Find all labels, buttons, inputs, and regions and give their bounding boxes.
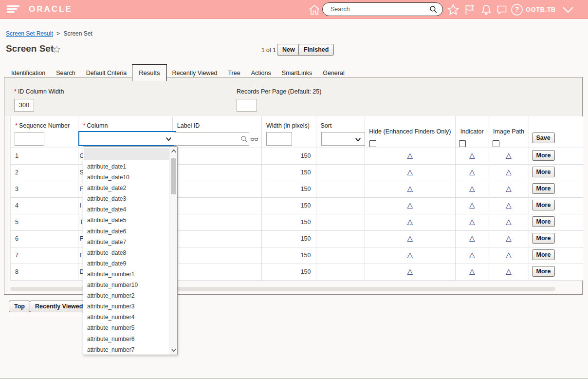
tab-tree[interactable]: Tree [222,67,245,80]
sort-cell[interactable] [316,264,365,280]
dropdown-option[interactable]: attribute_number3 [83,301,169,312]
eyeglasses-icon[interactable] [250,135,258,143]
sequence-cell[interactable]: 8 [11,264,78,280]
sequence-cell[interactable]: 6 [11,231,78,247]
chat-icon[interactable] [496,4,508,16]
label-id-cell[interactable] [173,198,262,214]
notifications-bell-icon[interactable] [480,3,493,16]
label-id-cell[interactable] [173,247,262,264]
dropdown-option[interactable]: attribute_number6 [83,334,169,344]
sequence-cell[interactable]: 2 [11,165,78,181]
hide-checkbox[interactable] [369,140,376,147]
label-id-cell[interactable] [173,264,262,280]
dropdown-option[interactable]: attribute_date3 [83,193,169,204]
sort-cell[interactable] [316,247,365,264]
sequence-cell[interactable]: 4 [11,198,78,214]
scroll-up-icon[interactable] [170,148,177,155]
user-menu-label[interactable]: OOTB.TB [526,6,556,13]
dropdown-option[interactable]: attribute_number4 [83,312,169,322]
width-cell[interactable]: 150 [262,214,316,230]
indicator-checkbox[interactable] [459,140,466,147]
records-per-page-input[interactable] [237,99,257,112]
sort-cell[interactable] [316,214,365,230]
dropdown-option[interactable]: attribute_date2 [83,183,169,193]
more-button[interactable]: More [532,150,555,161]
width-cell[interactable]: 150 [262,264,316,280]
flag-icon[interactable] [463,3,476,16]
home-icon[interactable] [308,3,321,16]
scroll-down-icon[interactable] [170,346,177,354]
dropdown-option[interactable]: attribute_number1 [83,269,169,280]
more-button[interactable]: More [532,183,555,194]
hamburger-menu-icon[interactable] [7,5,19,14]
more-button[interactable]: More [532,249,555,260]
dropdown-option[interactable]: attribute_date9 [83,258,169,269]
width-cell[interactable]: 150 [262,198,316,214]
more-button[interactable]: More [532,167,555,177]
dropdown-option[interactable]: attribute_date6 [83,226,169,237]
dropdown-scrollbar-thumb[interactable] [171,158,176,194]
more-button[interactable]: More [532,216,555,227]
label-id-cell[interactable] [173,214,262,230]
new-button[interactable]: New [277,44,300,56]
tab-recently-viewed[interactable]: Recently Viewed [167,67,223,80]
dropdown-option[interactable]: attribute_date5 [83,215,169,226]
sequence-cell[interactable]: 1 [11,148,78,164]
favorites-star-icon[interactable] [447,3,459,16]
tab-smartlinks[interactable]: SmartLinks [276,67,318,80]
save-button[interactable]: Save [532,133,555,143]
dropdown-scrollbar[interactable] [169,147,177,355]
width-cell[interactable]: 150 [262,165,316,181]
width-cell[interactable]: 150 [262,181,316,197]
label-id-cell[interactable] [173,181,262,197]
tab-results[interactable]: Results [132,64,166,81]
sort-cell[interactable] [316,231,365,247]
tab-default-criteria[interactable]: Default Criteria [81,67,132,80]
tab-general[interactable]: General [317,67,349,80]
search-icon[interactable] [240,135,248,143]
sort-cell[interactable] [316,198,365,214]
sequence-cell[interactable]: 7 [11,247,78,264]
more-button[interactable]: More [532,233,555,244]
dropdown-option[interactable]: attribute_date8 [83,247,169,258]
width-cell[interactable]: 150 [262,148,316,164]
width-filter-input[interactable] [266,132,292,146]
dropdown-option[interactable]: attribute_date7 [83,237,169,247]
recently-viewed-button[interactable]: Recently Viewed [30,301,88,312]
column-combobox[interactable] [78,131,176,146]
dropdown-option[interactable]: attribute_number7 [83,344,169,355]
label-id-cell[interactable] [173,231,262,247]
dropdown-option[interactable]: attribute_date1 [83,161,169,172]
label-id-cell[interactable] [173,148,262,164]
id-column-width-input[interactable] [14,99,34,112]
sort-cell[interactable] [316,165,365,181]
finished-button[interactable]: Finished [298,44,334,56]
dropdown-option[interactable]: attribute_number2 [83,290,169,301]
favorite-star-icon[interactable] [53,45,61,54]
dropdown-option-blank[interactable] [84,148,169,160]
tab-identification[interactable]: Identification [6,67,51,80]
sequence-number-filter-input[interactable] [15,132,44,146]
dropdown-option[interactable]: attribute_number10 [83,280,169,290]
sort-select[interactable] [321,132,365,146]
search-icon[interactable] [429,5,438,14]
label-id-cell[interactable] [173,165,262,181]
breadcrumb-link[interactable]: Screen Set Result [6,30,53,37]
top-button[interactable]: Top [9,301,30,312]
sequence-cell[interactable]: 3 [11,181,78,197]
sort-cell[interactable] [316,148,365,164]
width-cell[interactable]: 150 [262,231,316,247]
chevron-down-icon[interactable] [561,5,575,15]
tab-search[interactable]: Search [51,67,81,80]
label-id-filter-input[interactable] [174,132,249,146]
sort-cell[interactable] [316,181,365,197]
search-input[interactable] [331,6,429,13]
dropdown-option[interactable]: attribute_date4 [83,204,169,215]
dropdown-option[interactable]: attribute_date10 [83,172,169,183]
tab-actions[interactable]: Actions [246,67,276,80]
more-button[interactable]: More [532,266,555,277]
image-path-checkbox[interactable] [493,140,499,147]
more-button[interactable]: More [532,200,555,210]
dropdown-option[interactable]: attribute_number5 [83,322,169,333]
width-cell[interactable]: 150 [262,247,316,264]
